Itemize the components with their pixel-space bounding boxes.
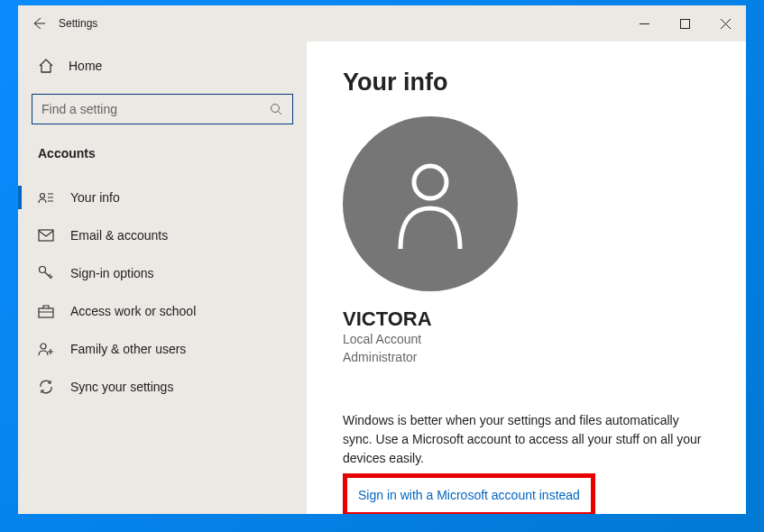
sidebar-item-label: Access work or school (70, 304, 196, 318)
search-box[interactable] (32, 94, 293, 124)
sync-icon (38, 379, 54, 395)
svg-rect-3 (39, 230, 53, 241)
search-icon (270, 103, 283, 116)
content-area: Home Accounts Your info Email & acco (18, 41, 746, 514)
sidebar-item-your-info[interactable]: Your info (32, 179, 293, 216)
close-button[interactable] (705, 10, 746, 37)
minimize-icon (640, 19, 649, 29)
sidebar-item-label: Sign-in options (70, 266, 154, 280)
svg-rect-0 (681, 19, 690, 28)
category-heading: Accounts (32, 142, 293, 179)
home-icon (38, 58, 54, 74)
sync-description: Windows is better when your settings and… (343, 411, 710, 468)
sidebar-item-label: Your info (70, 190, 120, 205)
account-type: Local Account (343, 331, 710, 349)
settings-window: Settings Home Account (18, 5, 746, 514)
sidebar-item-signin-options[interactable]: Sign-in options (32, 254, 293, 292)
search-input[interactable] (41, 102, 270, 116)
svg-rect-5 (39, 308, 53, 317)
sidebar-item-label: Family & other users (70, 342, 186, 356)
sidebar-item-label: Sync your settings (70, 380, 173, 394)
close-icon (721, 19, 731, 29)
main-panel: Your info VICTORA Local Account Administ… (307, 41, 746, 514)
sidebar: Home Accounts Your info Email & acco (18, 41, 307, 514)
signin-microsoft-link[interactable]: Sign in with a Microsoft account instead (358, 488, 580, 502)
home-nav[interactable]: Home (32, 49, 293, 83)
maximize-button[interactable] (665, 10, 705, 37)
window-title: Settings (59, 17, 97, 30)
person-card-icon (38, 189, 54, 206)
page-title: Your info (343, 69, 710, 96)
key-icon (38, 265, 54, 281)
highlight-annotation: Sign in with a Microsoft account instead (343, 473, 595, 514)
people-plus-icon (38, 341, 54, 357)
username: VICTORA (343, 307, 710, 331)
svg-point-2 (41, 194, 45, 198)
back-button[interactable] (18, 16, 59, 31)
svg-point-1 (272, 104, 280, 112)
svg-point-4 (40, 267, 46, 273)
svg-point-7 (414, 166, 446, 198)
briefcase-icon (38, 303, 54, 319)
account-role: Administrator (343, 349, 710, 367)
minimize-button[interactable] (624, 10, 665, 37)
back-arrow-icon (32, 16, 46, 31)
titlebar: Settings (18, 5, 746, 41)
mail-icon (38, 227, 54, 243)
sidebar-item-work-school[interactable]: Access work or school (32, 292, 293, 330)
home-label: Home (69, 59, 102, 73)
sidebar-item-email-accounts[interactable]: Email & accounts (32, 216, 293, 254)
avatar (343, 116, 518, 291)
maximize-icon (680, 19, 690, 29)
svg-point-6 (41, 344, 46, 349)
sidebar-item-label: Email & accounts (70, 228, 168, 243)
sidebar-item-family-users[interactable]: Family & other users (32, 330, 293, 368)
sidebar-item-sync-settings[interactable]: Sync your settings (32, 368, 293, 406)
person-icon (390, 159, 471, 249)
